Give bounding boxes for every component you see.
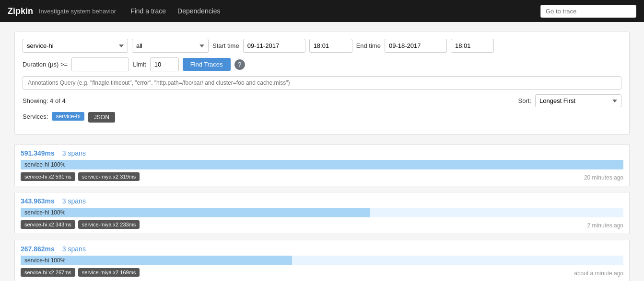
duration-input[interactable] [71, 57, 129, 71]
search-row-2: Duration (μs) >= Limit Find Traces ? [23, 57, 621, 71]
trace-spans: 3 spans [62, 149, 86, 157]
span-select[interactable]: all [132, 39, 209, 53]
limit-input[interactable] [150, 57, 179, 71]
results-meta: Showing: 4 of 4 Sort: Longest First Shor… [23, 94, 621, 123]
trace-spans: 3 spans [62, 245, 86, 253]
trace-tag: service-miya x2 169ms [78, 268, 140, 277]
main-content: service-hi all Start time End time Durat… [0, 22, 644, 281]
trace-tags: service-hi x2 591msservice-miya x2 319ms [21, 172, 623, 181]
service-badge[interactable]: service-hi [52, 112, 84, 121]
duration-label: Duration (μs) >= [23, 61, 68, 68]
goto-trace-input[interactable] [540, 5, 636, 18]
services-row: Services: service-hi JSON [23, 110, 621, 123]
trace-time-ago: 2 minutes ago [587, 222, 623, 229]
trace-card[interactable]: 267.862ms3 spansservice-hi 100%service-h… [14, 240, 630, 281]
dependencies-link[interactable]: Dependencies [177, 7, 221, 15]
navbar-tagline: Investigate system behavior [39, 8, 116, 15]
json-button[interactable]: JSON [88, 112, 115, 123]
sort-label: Sort: [518, 97, 531, 104]
sort-select[interactable]: Longest First Shortest First Newest Firs… [535, 94, 621, 107]
end-time-label: End time [356, 42, 381, 49]
annotations-input[interactable] [23, 76, 621, 90]
find-a-trace-link[interactable]: Find a trace [130, 7, 166, 15]
help-icon[interactable]: ? [234, 59, 245, 70]
trace-tag: service-miya x2 233ms [78, 220, 140, 229]
trace-bar: service-hi 100% [21, 160, 623, 169]
trace-tag: service-hi x2 343ms [21, 220, 75, 229]
trace-bar-label: service-hi 100% [24, 257, 65, 264]
limit-label: Limit [133, 61, 146, 68]
trace-bar-container: service-hi 100% [21, 160, 623, 169]
trace-tag: service-hi x2 267ms [21, 268, 75, 277]
trace-card[interactable]: 343.963ms3 spansservice-hi 100%service-h… [14, 192, 630, 234]
find-traces-button[interactable]: Find Traces [183, 58, 231, 71]
trace-bar: service-hi 100% [21, 208, 370, 217]
trace-bar-container: service-hi 100% [21, 256, 623, 265]
showing-text: Showing: 4 of 4 [23, 97, 66, 104]
results-header: Showing: 4 of 4 Sort: Longest First Shor… [23, 94, 621, 107]
trace-bar-label: service-hi 100% [24, 161, 65, 168]
trace-spans: 3 spans [62, 197, 86, 205]
search-panel: service-hi all Start time End time Durat… [14, 32, 630, 135]
trace-tag: service-miya x2 319ms [78, 172, 140, 181]
navbar: Zipkin Investigate system behavior Find … [0, 0, 644, 22]
trace-tags: service-hi x2 267msservice-miya x2 169ms [21, 268, 623, 277]
service-select[interactable]: service-hi [23, 39, 128, 53]
trace-header: 267.862ms3 spans [21, 245, 623, 253]
end-date-input[interactable] [385, 39, 447, 53]
start-date-input[interactable] [243, 39, 305, 53]
start-time-label: Start time [212, 42, 239, 49]
trace-header: 591.349ms3 spans [21, 149, 623, 157]
trace-card[interactable]: 591.349ms3 spansservice-hi 100%service-h… [14, 144, 630, 186]
brand-logo: Zipkin [8, 6, 33, 16]
trace-bar: service-hi 100% [21, 256, 292, 265]
trace-list: 591.349ms3 spansservice-hi 100%service-h… [14, 144, 630, 281]
trace-time-ago: about a minute ago [574, 270, 623, 277]
trace-tag: service-hi x2 591ms [21, 172, 75, 181]
start-time-input[interactable] [309, 39, 352, 53]
trace-header: 343.963ms3 spans [21, 197, 623, 205]
search-row-3 [23, 76, 621, 90]
trace-bar-label: service-hi 100% [24, 209, 65, 216]
trace-time-ago: 20 minutes ago [584, 174, 623, 181]
trace-duration: 343.963ms [21, 197, 55, 205]
search-row-1: service-hi all Start time End time [23, 39, 621, 53]
services-label: Services: [23, 113, 48, 120]
end-time-input[interactable] [451, 39, 494, 53]
trace-duration: 267.862ms [21, 245, 55, 253]
trace-bar-container: service-hi 100% [21, 208, 623, 217]
trace-tags: service-hi x2 343msservice-miya x2 233ms [21, 220, 623, 229]
trace-duration: 591.349ms [21, 149, 55, 157]
sort-container: Sort: Longest First Shortest First Newes… [518, 94, 621, 107]
